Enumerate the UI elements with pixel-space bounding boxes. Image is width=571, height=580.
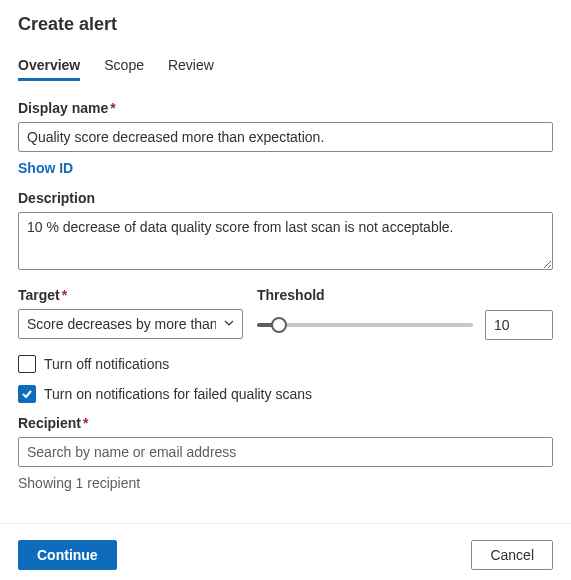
show-id-link[interactable]: Show ID: [18, 160, 73, 176]
recipient-search-input[interactable]: [18, 437, 553, 467]
recipient-count: Showing 1 recipient: [18, 475, 553, 491]
threshold-label: Threshold: [257, 287, 553, 303]
recipient-label: Recipient*: [18, 415, 553, 431]
cancel-button[interactable]: Cancel: [471, 540, 553, 570]
turn-off-notifications-label: Turn off notifications: [44, 356, 169, 372]
display-name-input[interactable]: [18, 122, 553, 152]
tab-overview[interactable]: Overview: [18, 53, 80, 81]
target-select[interactable]: Score decreases by more than: [18, 309, 243, 339]
tabs: Overview Scope Review: [18, 53, 553, 82]
threshold-input[interactable]: [485, 310, 553, 340]
description-label: Description: [18, 190, 553, 206]
target-label: Target*: [18, 287, 243, 303]
turn-off-notifications-checkbox[interactable]: [18, 355, 36, 373]
tab-scope[interactable]: Scope: [104, 53, 144, 81]
tab-review[interactable]: Review: [168, 53, 214, 81]
footer: Continue Cancel: [0, 523, 571, 580]
description-textarea[interactable]: 10 % decrease of data quality score from…: [18, 212, 553, 270]
continue-button[interactable]: Continue: [18, 540, 117, 570]
turn-on-failed-checkbox[interactable]: [18, 385, 36, 403]
threshold-slider[interactable]: [257, 309, 473, 341]
turn-on-failed-label: Turn on notifications for failed quality…: [44, 386, 312, 402]
slider-thumb[interactable]: [271, 317, 287, 333]
page-title: Create alert: [18, 14, 553, 35]
display-name-label: Display name*: [18, 100, 553, 116]
